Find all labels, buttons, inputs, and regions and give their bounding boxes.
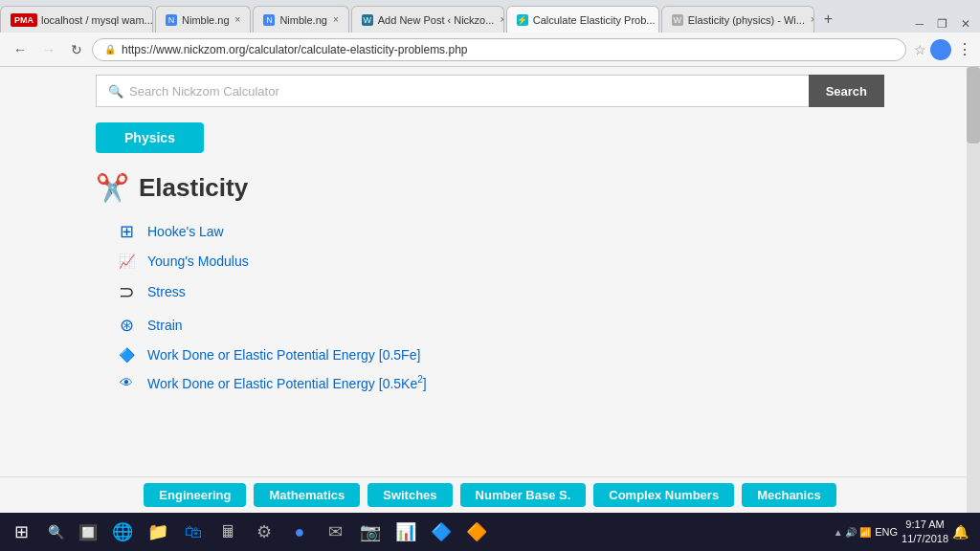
youngs-modulus-label: Young's Modulus (147, 253, 249, 269)
scrollbar-thumb[interactable] (967, 67, 980, 143)
menu-icon[interactable]: ⋮ (957, 40, 972, 58)
tab-close-btn[interactable]: × (333, 14, 339, 25)
taskbar-email-icon[interactable]: ✉ (318, 515, 352, 549)
taskbar: ⊞ 🔍 🔲 🌐 📁 🛍 🖩 ⚙ ● ✉ 📷 📊 🔷 🔶 ▲ 🔊 📶 ENG 9:… (0, 513, 980, 551)
search-area: 🔍 Search Nickzom Calculator Search (0, 67, 980, 115)
start-button[interactable]: ⊞ (4, 515, 38, 549)
taskbar-calc-icon[interactable]: 🖩 (212, 515, 246, 549)
strain-label: Strain (147, 318, 183, 333)
tab-favicon: ⚡ (517, 14, 528, 26)
tab-label: localhost / mysql wam... (41, 14, 153, 26)
elasticity-icon: ✂️ (96, 172, 129, 204)
scrollbar[interactable] (967, 67, 980, 513)
tab-elasticity[interactable]: ⚡ Calculate Elasticity Prob... × (506, 6, 659, 33)
tab-pma[interactable]: PMA localhost / mysql wam... × (0, 6, 153, 33)
tab-label: Nimble.ng (279, 14, 327, 26)
taskbar-explorer-icon[interactable]: 📁 (141, 515, 175, 549)
tab-favicon: W (362, 14, 373, 26)
switches-btn[interactable]: Switches (368, 483, 452, 507)
taskbar-store-icon[interactable]: 🛍 (176, 515, 211, 549)
back-btn[interactable]: ← (8, 40, 33, 59)
physics-section: Physics (0, 115, 980, 161)
search-placeholder: Search Nickzom Calculator (129, 84, 279, 99)
tab-favicon: N (166, 14, 177, 26)
search-input-wrapper[interactable]: 🔍 Search Nickzom Calculator (96, 75, 809, 107)
window-controls: ─ ❐ ✕ (909, 15, 980, 33)
stress-label: Stress (147, 284, 186, 299)
taskbar-search-btn[interactable]: 🔍 (40, 517, 71, 547)
calc-item-youngs-modulus[interactable]: 📈 Young's Modulus (115, 253, 865, 269)
clock-time: 9:17 AM (902, 518, 948, 532)
page-title: Elasticity (139, 173, 248, 203)
restore-btn[interactable]: ❐ (931, 15, 953, 33)
physics-button[interactable]: Physics (96, 122, 204, 153)
page-content: 🔍 Search Nickzom Calculator Search Physi… (0, 67, 980, 513)
stress-icon: ⊃ (115, 280, 138, 303)
tab-favicon: W (672, 14, 683, 26)
taskbar-extra2-icon[interactable]: 🔶 (459, 515, 494, 549)
work-done-2-label: Work Done or Elastic Potential Energy [0… (147, 374, 427, 391)
engineering-btn[interactable]: Engineering (144, 483, 246, 507)
minimize-btn[interactable]: ─ (909, 15, 929, 33)
taskbar-photos-icon[interactable]: 📷 (353, 515, 388, 549)
tab-favicon: N (263, 14, 275, 26)
taskbar-extra-icon[interactable]: 🔷 (424, 515, 458, 549)
tab-label: Calculate Elasticity Prob... (533, 14, 656, 26)
calc-list: ⊞ Hooke's Law 📈 Young's Modulus ⊃ Stress… (0, 211, 980, 401)
bookmark-icon[interactable]: ☆ (914, 42, 926, 57)
browser-chrome: PMA localhost / mysql wam... × N Nimble.… (0, 0, 980, 67)
complex-numbers-btn[interactable]: Complex Numbers (593, 483, 734, 507)
reload-btn[interactable]: ↻ (65, 40, 88, 59)
strain-icon: ⊛ (115, 315, 138, 336)
eng-label: ENG (875, 526, 898, 538)
windows-logo-icon: ⊞ (14, 521, 29, 542)
taskbar-right: ▲ 🔊 📶 ENG 9:17 AM 11/7/2018 🔔 (834, 518, 976, 547)
search-button[interactable]: Search (809, 75, 884, 107)
tab-nimble2[interactable]: N Nimble.ng × (253, 6, 348, 33)
calc-item-strain[interactable]: ⊛ Strain (115, 315, 865, 336)
clock-date: 11/7/2018 (902, 532, 948, 546)
search-icon: 🔍 (108, 84, 123, 99)
system-tray-icons: ▲ 🔊 📶 (834, 527, 871, 538)
tab-close-btn[interactable]: × (500, 14, 503, 25)
tab-close-btn[interactable]: × (235, 14, 241, 25)
calc-item-hookes-law[interactable]: ⊞ Hooke's Law (115, 221, 865, 242)
bottom-nav: Engineering Mathematics Switches Number … (0, 476, 980, 513)
forward-btn[interactable]: → (36, 40, 61, 59)
youngs-modulus-icon: 📈 (115, 253, 138, 269)
work-done-1-label: Work Done or Elastic Potential Energy [0… (147, 347, 420, 363)
tab-label: Elasticity (physics) - Wi... (688, 14, 805, 26)
nav-bar: ← → ↻ 🔒 https://www.nickzom.org/calculat… (0, 33, 980, 67)
calc-item-work-done-1[interactable]: 🔷 Work Done or Elastic Potential Energy … (115, 347, 865, 363)
mechanics-btn[interactable]: Mechanics (742, 483, 835, 507)
tab-label: Add New Post ‹ Nickzo... (378, 14, 495, 26)
mathematics-btn[interactable]: Mathematics (254, 483, 360, 507)
calc-item-work-done-2[interactable]: 👁 Work Done or Elastic Potential Energy … (115, 374, 865, 391)
tab-label: Nimble.ng (182, 14, 230, 26)
profile-avatar[interactable] (930, 39, 951, 60)
taskbar-pinned-apps: 🌐 📁 🛍 🖩 ⚙ ● ✉ 📷 📊 🔷 🔶 (105, 515, 494, 549)
taskbar-edge-icon[interactable]: 🌐 (105, 515, 140, 549)
calc-item-stress[interactable]: ⊃ Stress (115, 280, 865, 303)
tab-add-post[interactable]: W Add New Post ‹ Nickzo... × (351, 6, 504, 33)
address-bar[interactable]: 🔒 https://www.nickzom.org/calculator/cal… (92, 38, 906, 61)
new-tab-btn[interactable]: + (816, 6, 840, 33)
close-btn[interactable]: ✕ (955, 15, 976, 33)
hookes-law-icon: ⊞ (115, 221, 138, 242)
taskbar-cortana-icon[interactable]: 🔲 (73, 517, 103, 547)
taskbar-settings-icon[interactable]: ⚙ (247, 515, 281, 549)
tab-bar: PMA localhost / mysql wam... × N Nimble.… (0, 0, 980, 33)
hookes-law-label: Hooke's Law (147, 224, 224, 239)
notification-icon[interactable]: 🔔 (952, 524, 969, 540)
lock-icon: 🔒 (104, 44, 116, 55)
nav-right: ⋮ (930, 39, 972, 60)
taskbar-excel-icon[interactable]: 📊 (389, 515, 423, 549)
tab-close-btn[interactable]: × (811, 14, 814, 25)
tab-wiki[interactable]: W Elasticity (physics) - Wi... × (661, 6, 814, 33)
tab-nimble1[interactable]: N Nimble.ng × (155, 6, 251, 33)
address-text: https://www.nickzom.org/calculator/calcu… (122, 43, 894, 56)
work-done-1-icon: 🔷 (115, 347, 138, 363)
number-base-btn[interactable]: Number Base S. (460, 483, 587, 507)
time-display[interactable]: 9:17 AM 11/7/2018 (902, 518, 948, 547)
taskbar-chrome-icon[interactable]: ● (282, 515, 317, 549)
